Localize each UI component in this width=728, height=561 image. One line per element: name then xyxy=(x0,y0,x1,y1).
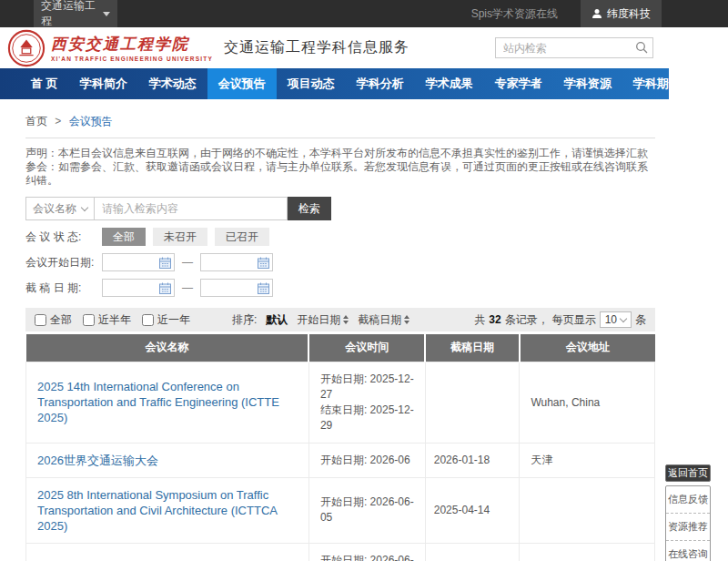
checkbox-all-input[interactable] xyxy=(35,314,46,326)
vendor-account[interactable]: 纬度科技 xyxy=(581,0,662,27)
per-page-select[interactable]: 10 xyxy=(600,311,632,328)
sort-by-start-date-label: 开始日期 xyxy=(297,312,340,328)
calendar-icon[interactable] xyxy=(258,282,269,294)
deadline-from xyxy=(102,279,175,297)
status-option-all[interactable]: 全部 xyxy=(102,228,146,246)
calendar-icon[interactable] xyxy=(258,257,269,269)
conference-link[interactable]: 2025 14th International Conference on Tr… xyxy=(37,380,279,424)
address: 天津 xyxy=(520,443,655,477)
status-filter-row: 会 议 状 态: 全部 未召开 已召开 xyxy=(25,228,655,246)
site-header: 西安交通工程学院 XI'AN TRAFFIC ENGINEERING UNIVE… xyxy=(0,27,728,68)
conference-link[interactable]: 2026世界交通运输大会 xyxy=(37,454,158,467)
nav-item-discipline-journals[interactable]: 学科期刊 xyxy=(622,68,692,99)
sort-by-deadline[interactable]: 截稿日期 xyxy=(358,312,410,328)
discipline-dropdown[interactable]: 交通运输工程 xyxy=(34,0,117,27)
nav-item-discipline-resources[interactable]: 学科资源 xyxy=(553,68,622,99)
search-submit-button[interactable]: 检索 xyxy=(288,197,331,220)
nav-item-discipline-intro[interactable]: 学科简介 xyxy=(69,68,138,99)
nav-item-conference-preview[interactable]: 会议预告 xyxy=(207,68,277,99)
sort-default-option[interactable]: 默认 xyxy=(266,312,288,328)
nav-item-academic-norms[interactable]: 学术规范 xyxy=(692,68,728,99)
site-search xyxy=(495,37,653,58)
back-home-button[interactable]: 返回首页 xyxy=(665,464,711,482)
nav-item-experts[interactable]: 专家学者 xyxy=(484,68,553,99)
deadline: 2025-11-15 xyxy=(425,543,520,561)
search-field-select[interactable]: 会议名称 xyxy=(25,197,95,220)
status-option-held[interactable]: 已召开 xyxy=(215,228,269,246)
breadcrumb-separator: > xyxy=(55,115,61,128)
start-date-label: 会议开始日期: xyxy=(25,255,102,270)
filter-sort-bar: 全部 近半年 近一年 排序: 默认 开始日期 截稿日期 共32条记录， 每页显示 xyxy=(25,308,655,332)
university-name: 西安交通工程学院 XI'AN TRAFFIC ENGINEERING UNIVE… xyxy=(51,34,213,62)
nav-item-discipline-analysis[interactable]: 学科分析 xyxy=(346,68,415,99)
checkbox-one-year-input[interactable] xyxy=(142,314,154,326)
deadline-to-input[interactable] xyxy=(201,280,254,296)
deadline xyxy=(425,362,520,443)
conference-search-form: 会议名称 检索 xyxy=(25,197,655,220)
search-field-select-value: 会议名称 xyxy=(33,201,76,217)
sort-arrows-icon xyxy=(343,315,349,324)
start-date: 开始日期: 2026-06 xyxy=(320,453,414,468)
col-header-name: 会议名称 xyxy=(26,334,309,362)
checkbox-half-year-input[interactable] xyxy=(83,314,95,326)
record-suffix: 条记录， xyxy=(505,312,549,328)
col-header-address: 会议地址 xyxy=(520,334,655,362)
conference-search-input[interactable] xyxy=(95,197,288,220)
deadline-from-input[interactable] xyxy=(103,280,156,296)
nav-item-academic-achievements[interactable]: 学术成果 xyxy=(415,68,484,99)
status-option-upcoming[interactable]: 未召开 xyxy=(153,228,207,246)
calendar-icon[interactable] xyxy=(159,282,171,294)
table-row: 2025 14th International Conference on Tr… xyxy=(26,362,655,443)
address: Wuhan, China xyxy=(520,362,655,443)
online-consult-button[interactable]: 在线咨询 xyxy=(666,540,710,561)
deadline-filter-row: 截 稿 日 期: — xyxy=(25,279,655,297)
calendar-icon[interactable] xyxy=(159,257,171,269)
search-icon[interactable] xyxy=(635,41,648,54)
floating-side-menu: 返回首页 信息反馈 资源推荐 在线咨询 xyxy=(665,464,711,561)
nav-item-home[interactable]: 首 页 xyxy=(20,68,69,99)
chevron-down-icon xyxy=(620,315,627,322)
col-header-deadline: 截稿日期 xyxy=(425,334,520,362)
per-page-label: 每页显示 xyxy=(552,312,596,328)
resource-recommend-button[interactable]: 资源推荐 xyxy=(666,513,710,540)
disclaimer-text: 声明：本栏目会议信息来自互联网，由于网络的不确定性，本学科平台对所发布的信息不承… xyxy=(25,138,655,188)
site-search-input[interactable] xyxy=(495,37,653,58)
sort-arrows-icon xyxy=(404,315,410,324)
date-range-dash: — xyxy=(182,281,193,294)
table-header-row: 会议名称 会议时间 截稿日期 会议地址 xyxy=(26,334,655,362)
table-row: 2025 8th International Symposium on Traf… xyxy=(26,477,655,543)
breadcrumb-current: 会议预告 xyxy=(69,115,113,128)
start-date-from-input[interactable] xyxy=(103,254,156,270)
table-row: 2026世界交通运输大会 开始日期: 2026-06 2026-01-18 天津 xyxy=(26,443,655,477)
start-date-to-input[interactable] xyxy=(201,254,254,270)
conference-link[interactable]: 2025 8th International Symposium on Traf… xyxy=(37,488,277,533)
table-row: 6th World Symposium on Transport and Lan… xyxy=(26,543,655,561)
start-date: 开始日期: 2026-06-05 xyxy=(320,495,414,525)
record-count: 共32条记录， 每页显示 10 条 xyxy=(474,311,646,328)
platform-link[interactable]: Spis学术资源在线 xyxy=(471,6,558,22)
per-page-unit: 条 xyxy=(635,312,646,328)
sort-by-deadline-label: 截稿日期 xyxy=(358,312,401,328)
university-name-en: XI'AN TRAFFIC ENGINEERING UNIVERSITY xyxy=(51,56,213,62)
checkbox-one-year-label: 近一年 xyxy=(157,312,190,328)
address: Beijing, China xyxy=(520,543,655,561)
vendor-label: 纬度科技 xyxy=(607,6,651,22)
university-logo xyxy=(7,29,46,67)
checkbox-all[interactable]: 全部 xyxy=(35,312,72,328)
sort-area: 排序: 默认 开始日期 截稿日期 xyxy=(232,312,410,328)
breadcrumb-home[interactable]: 首页 xyxy=(25,115,47,128)
nav-item-project-news[interactable]: 项目动态 xyxy=(277,68,346,99)
checkbox-all-label: 全部 xyxy=(50,312,72,328)
start-date: 开始日期: 2026-06-07 xyxy=(320,553,414,561)
deadline: 2026-01-18 xyxy=(425,443,520,477)
sort-by-start-date[interactable]: 开始日期 xyxy=(297,312,349,328)
deadline: 2025-04-14 xyxy=(425,477,520,543)
checkbox-one-year[interactable]: 近一年 xyxy=(142,312,190,328)
checkbox-half-year[interactable]: 近半年 xyxy=(83,312,131,328)
deadline-to xyxy=(200,279,273,297)
record-total: 32 xyxy=(489,313,500,326)
feedback-button[interactable]: 信息反馈 xyxy=(666,486,710,513)
chevron-down-icon xyxy=(81,203,88,210)
nav-item-academic-news[interactable]: 学术动态 xyxy=(138,68,207,99)
start-date-to xyxy=(200,253,273,271)
